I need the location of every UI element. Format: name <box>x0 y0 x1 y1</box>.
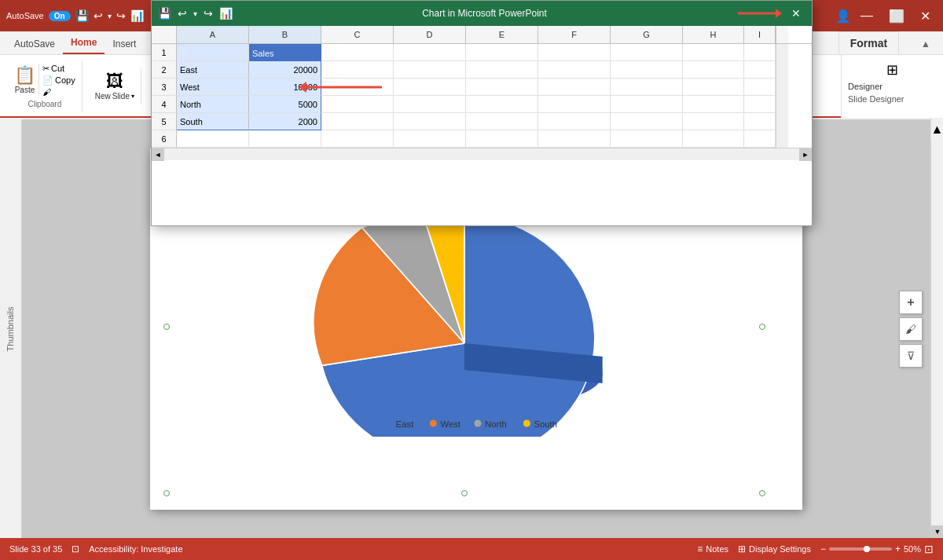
cell-e5[interactable] <box>466 113 538 130</box>
fit-to-window-icon[interactable]: ⊡ <box>924 543 934 555</box>
accessibility-label[interactable]: Accessibility: Investigate <box>89 544 182 554</box>
user-icon[interactable]: 👤 <box>835 9 851 24</box>
data-window-chart-icon[interactable]: 📊 <box>219 7 233 20</box>
copy-button[interactable]: 📄 Copy <box>42 75 75 86</box>
cell-c1[interactable] <box>321 44 394 61</box>
cell-a6[interactable] <box>177 130 249 148</box>
cell-h6[interactable] <box>683 130 744 148</box>
cell-h3[interactable] <box>683 79 744 96</box>
notes-button[interactable]: ≡ Notes <box>697 544 728 555</box>
cell-d5[interactable] <box>394 113 466 130</box>
restore-button[interactable]: ⬜ <box>882 7 911 25</box>
add-element-button[interactable]: + <box>899 291 923 314</box>
autosave-toggle[interactable]: On <box>49 11 71 21</box>
cell-a2[interactable]: East <box>177 61 249 79</box>
tab-insert[interactable]: Insert <box>105 34 144 54</box>
display-settings-button[interactable]: ⊞ Display Settings <box>738 544 811 555</box>
handle-ml[interactable] <box>163 324 170 330</box>
collapse-panel-icon[interactable]: ▲ <box>930 118 943 141</box>
undo-icon[interactable]: ↩ <box>94 9 103 22</box>
cell-g4[interactable] <box>611 96 683 113</box>
tab-home[interactable]: Home <box>63 32 105 54</box>
tab-format[interactable]: Format <box>838 31 899 54</box>
data-window-save-icon[interactable]: 💾 <box>158 7 171 20</box>
data-window-redo-icon[interactable]: ↪ <box>204 7 213 20</box>
handle-br[interactable] <box>759 490 765 496</box>
expand-ribbon-icon[interactable]: ▲ <box>915 34 937 54</box>
cell-h4[interactable] <box>683 96 744 113</box>
cell-f3[interactable] <box>538 79 611 96</box>
cell-i6[interactable] <box>744 130 776 148</box>
format-panel-icon[interactable]: ⊞ <box>886 61 898 79</box>
cell-e6[interactable] <box>466 130 538 148</box>
cell-g3[interactable] <box>611 79 683 96</box>
cell-c5[interactable] <box>321 113 394 130</box>
cell-g6[interactable] <box>611 130 683 148</box>
cell-b1[interactable]: Sales <box>249 44 321 61</box>
cell-a4[interactable]: North <box>177 96 249 113</box>
col-header-e[interactable]: E <box>466 26 538 43</box>
cell-b6[interactable] <box>249 130 321 148</box>
handle-bl[interactable] <box>163 490 170 496</box>
col-header-g[interactable]: G <box>611 26 683 43</box>
cell-c2[interactable] <box>321 61 394 79</box>
zoom-control[interactable]: − + 50% ⊡ <box>820 543 934 555</box>
col-header-h[interactable]: H <box>683 26 744 43</box>
cell-d2[interactable] <box>394 61 466 79</box>
data-window-undo-dropdown[interactable]: ▾ <box>193 9 197 18</box>
close-button[interactable]: ✕ <box>914 7 937 25</box>
cut-button[interactable]: ✂ Cut <box>42 64 75 74</box>
cell-b2[interactable]: 20000 <box>249 61 321 79</box>
cell-g2[interactable] <box>611 61 683 79</box>
cell-f1[interactable] <box>538 44 611 61</box>
scroll-left-btn[interactable]: ◄ <box>152 148 164 161</box>
tab-file[interactable]: AutoSave <box>6 34 63 54</box>
cell-d1[interactable] <box>394 44 466 61</box>
cell-i1[interactable] <box>744 44 776 61</box>
col-header-f[interactable]: F <box>538 26 611 43</box>
cell-a5[interactable]: South <box>177 113 249 130</box>
col-header-c[interactable]: C <box>321 26 394 43</box>
cell-g1[interactable] <box>611 44 683 61</box>
cell-f2[interactable] <box>538 61 611 79</box>
cell-i2[interactable] <box>744 61 776 79</box>
minimize-button[interactable]: — <box>854 7 879 24</box>
cell-e3[interactable] <box>466 79 538 96</box>
quick-save-icon[interactable]: 💾 <box>75 9 89 22</box>
cell-d3[interactable] <box>394 79 466 96</box>
handle-mr[interactable] <box>759 324 765 330</box>
cell-i5[interactable] <box>744 113 776 130</box>
undo-dropdown-icon[interactable]: ▾ <box>108 12 112 20</box>
col-header-i[interactable]: I <box>744 26 776 43</box>
style-button[interactable]: 🖌 <box>899 317 923 341</box>
cell-f5[interactable] <box>538 113 611 130</box>
zoom-decrease-icon[interactable]: − <box>820 544 826 555</box>
cell-h5[interactable] <box>683 113 744 130</box>
chart-icon[interactable]: 📊 <box>130 9 144 22</box>
cell-f6[interactable] <box>538 130 611 148</box>
cell-a1[interactable] <box>177 44 249 61</box>
cell-i3[interactable] <box>744 79 776 96</box>
cell-e1[interactable] <box>466 44 538 61</box>
cell-b4[interactable]: 5000 <box>249 96 321 113</box>
cell-c6[interactable] <box>321 130 394 148</box>
paste-button[interactable]: 📋 Paste <box>14 65 35 94</box>
col-header-a[interactable]: A <box>177 26 249 43</box>
cell-d6[interactable] <box>394 130 466 148</box>
horizontal-scrollbar[interactable]: ◄ ► <box>152 148 812 160</box>
cell-a3[interactable]: West <box>177 79 249 96</box>
redo-icon[interactable]: ↪ <box>116 9 126 22</box>
cell-c4[interactable] <box>321 96 394 113</box>
zoom-thumb[interactable] <box>864 546 870 552</box>
data-window-close-button[interactable]: ✕ <box>787 5 805 21</box>
data-window-undo-icon[interactable]: ↩ <box>178 7 187 20</box>
cell-e4[interactable] <box>466 96 538 113</box>
cell-i4[interactable] <box>744 96 776 113</box>
scroll-track-h[interactable] <box>164 148 799 160</box>
format-painter-button[interactable]: 🖌 <box>42 87 75 97</box>
cell-e2[interactable] <box>466 61 538 79</box>
zoom-increase-icon[interactable]: + <box>895 544 901 555</box>
vertical-scrollbar[interactable]: ▲ ▼ <box>930 119 943 538</box>
new-slide-button[interactable]: 🖼 New Slide ▾ <box>95 71 134 101</box>
cell-h1[interactable] <box>683 44 744 61</box>
